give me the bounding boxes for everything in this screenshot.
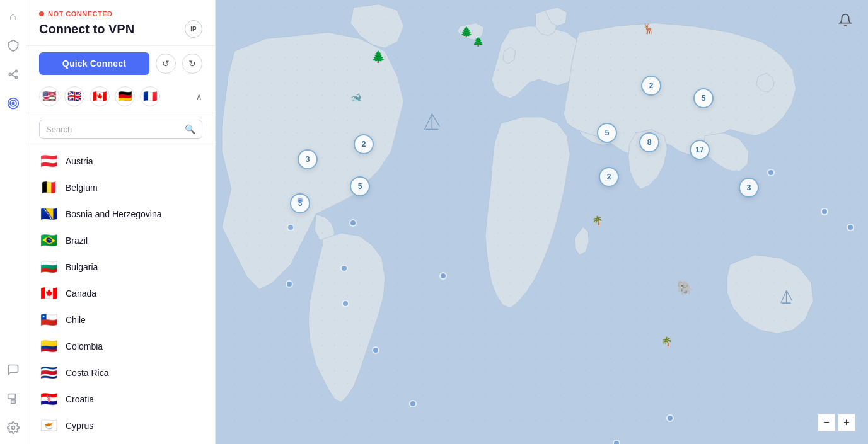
- country-item[interactable]: 🇧🇬Bulgaria: [26, 254, 215, 280]
- svg-point-1: [15, 70, 17, 72]
- map-dot-d4: [349, 219, 357, 227]
- svg-text:10: 10: [11, 400, 14, 403]
- map-bubble-b1[interactable]: 2: [641, 76, 661, 96]
- support-icon[interactable]: [4, 361, 22, 379]
- country-name: Colombia: [66, 341, 103, 351]
- svg-line-3: [11, 72, 15, 74]
- map-bubble-b10[interactable]: 5: [350, 176, 370, 196]
- map-dot-d14: [613, 440, 620, 444]
- map-bubble-b8[interactable]: 3: [298, 149, 318, 169]
- map-dot-d10: [767, 169, 775, 176]
- search-input-wrap: 🔍: [39, 120, 202, 139]
- map-bubble-b3[interactable]: 5: [597, 123, 617, 143]
- country-item[interactable]: 🇨🇾Cyprus: [26, 413, 215, 439]
- search-icon: 🔍: [185, 124, 195, 134]
- recent-flag-fr[interactable]: 🇫🇷: [140, 86, 160, 106]
- svg-point-0: [9, 73, 11, 75]
- map-dot-d7: [372, 346, 379, 354]
- map-dot-d1: [296, 196, 304, 204]
- country-item[interactable]: 🇨🇿Czech Republic: [26, 439, 215, 444]
- map-dot-d5: [340, 265, 348, 272]
- country-name: Canada: [66, 288, 96, 299]
- map-dot-d13: [666, 414, 674, 422]
- country-item[interactable]: 🇨🇷Costa Rica: [26, 360, 215, 386]
- country-name: Bosnia and Herzegovina: [66, 209, 162, 219]
- svg-point-11: [11, 426, 14, 430]
- country-name: Austria: [66, 156, 93, 166]
- map-dot-d8: [439, 272, 447, 280]
- search-input[interactable]: [46, 125, 180, 134]
- country-item[interactable]: 🇧🇷Brazil: [26, 227, 215, 254]
- map-bubble-b6[interactable]: 2: [599, 167, 619, 187]
- quick-connect-row: Quick Connect ↺ ↻: [26, 46, 215, 83]
- country-list: 🇦🇹Austria🇧🇪Belgium🇧🇦Bosnia and Herzegovi…: [26, 145, 215, 444]
- country-flag: 🇧🇬: [39, 260, 58, 274]
- recent-flag-gb[interactable]: 🇬🇧: [64, 86, 84, 106]
- target-icon[interactable]: [4, 94, 22, 112]
- map-dot-d12: [847, 224, 854, 231]
- map-dot-d11: [821, 208, 828, 215]
- country-name: Belgium: [66, 183, 98, 193]
- country-name: Cyprus: [66, 421, 93, 431]
- country-item[interactable]: 🇭🇷Croatia: [26, 386, 215, 413]
- map-bubble-b9[interactable]: 2: [354, 134, 374, 154]
- country-name: Brazil: [66, 236, 88, 246]
- nodes-icon[interactable]: [4, 65, 22, 83]
- country-flag: 🇨🇱: [39, 313, 58, 327]
- country-item[interactable]: 🇨🇱Chile: [26, 307, 215, 333]
- left-sidebar: ⌂ 10: [0, 0, 26, 444]
- map-dot-d9: [409, 400, 417, 407]
- vpn-panel: NOT CONNECTED Connect to VPN IP Quick Co…: [26, 0, 216, 444]
- svg-point-7: [12, 102, 14, 104]
- zoom-out-button[interactable]: −: [818, 414, 835, 431]
- home-icon[interactable]: ⌂: [4, 8, 22, 25]
- country-item[interactable]: 🇨🇦Canada: [26, 280, 215, 307]
- recent-flag-us[interactable]: 🇺🇸: [39, 86, 59, 106]
- country-item[interactable]: 🇦🇹Austria: [26, 148, 215, 174]
- collapse-recent-button[interactable]: ∧: [196, 92, 202, 101]
- panel-title: Connect to VPN: [39, 22, 134, 37]
- search-container: 🔍: [26, 113, 215, 145]
- shield-icon[interactable]: [4, 37, 22, 54]
- map-area: 🐘 🌲 🌲 🌲 🌴 🌴 🦌 🐋 255817233255 − +: [216, 0, 868, 444]
- map-dot-d3: [286, 280, 293, 288]
- country-flag: 🇨🇴: [39, 339, 58, 353]
- country-flag: 🇧🇦: [39, 207, 58, 221]
- world-map: 🐘 🌲 🌲 🌲 🌴 🌴 🦌 🐋: [216, 0, 868, 444]
- recent-flag-de[interactable]: 🇩🇪: [115, 86, 135, 106]
- country-flag: 🇨🇷: [39, 366, 58, 380]
- country-item[interactable]: 🇧🇦Bosnia and Herzegovina: [26, 201, 215, 227]
- svg-rect-8: [8, 394, 15, 399]
- status-dot: [39, 11, 44, 16]
- undo-button[interactable]: ↺: [156, 54, 176, 74]
- map-bubble-b2[interactable]: 5: [693, 88, 714, 108]
- recent-flag-ca[interactable]: 🇨🇦: [90, 86, 110, 106]
- device-icon[interactable]: 10: [4, 390, 22, 407]
- svg-line-4: [11, 74, 15, 77]
- country-flag: 🇧🇪: [39, 181, 58, 195]
- recent-flags-row: 🇺🇸 🇬🇧 🇨🇦 🇩🇪 🇫🇷 ∧: [26, 83, 215, 113]
- map-dot-d2: [287, 224, 294, 231]
- country-name: Costa Rica: [66, 368, 108, 378]
- quick-connect-button[interactable]: Quick Connect: [39, 52, 149, 75]
- country-flag: 🇦🇹: [39, 154, 58, 168]
- panel-header: NOT CONNECTED Connect to VPN IP: [26, 0, 215, 46]
- map-bubble-b5[interactable]: 17: [690, 140, 710, 160]
- country-name: Chile: [66, 315, 86, 325]
- country-item[interactable]: 🇧🇪Belgium: [26, 174, 215, 201]
- settings-icon[interactable]: [4, 419, 22, 436]
- country-name: Croatia: [66, 394, 94, 404]
- country-flag: 🇧🇷: [39, 234, 58, 248]
- zoom-in-button[interactable]: +: [838, 414, 855, 431]
- map-bubble-b7[interactable]: 3: [739, 178, 759, 198]
- map-bubble-b4[interactable]: 8: [639, 132, 659, 152]
- ip-button[interactable]: IP: [185, 20, 202, 38]
- country-flag: 🇨🇾: [39, 419, 58, 433]
- redo-button[interactable]: ↻: [182, 54, 202, 74]
- map-dot-d6: [342, 300, 349, 307]
- svg-point-2: [15, 76, 17, 78]
- country-name: Bulgaria: [66, 262, 98, 272]
- country-flag: 🇭🇷: [39, 392, 58, 406]
- notification-bell[interactable]: [835, 10, 855, 30]
- country-item[interactable]: 🇨🇴Colombia: [26, 333, 215, 360]
